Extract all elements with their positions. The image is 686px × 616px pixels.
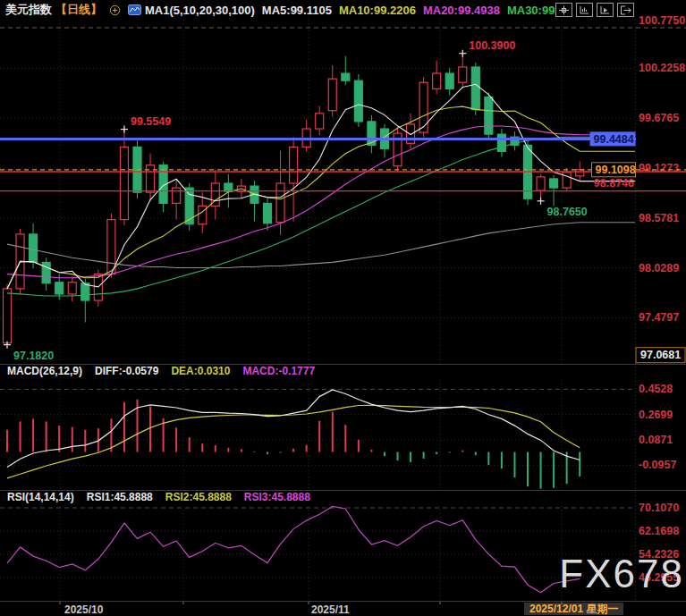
macd-bar	[292, 449, 294, 452]
candle	[394, 129, 402, 172]
macd-bar	[436, 452, 437, 454]
macd-bar	[32, 418, 34, 451]
crosshair-icon	[558, 5, 570, 15]
ma100-line	[7, 223, 635, 268]
timeframe-selector[interactable]: 【日线】	[55, 2, 102, 18]
macd-bar	[318, 421, 320, 452]
candle-body	[537, 177, 545, 190]
candle-body	[264, 203, 272, 223]
month-label: 2025/10	[64, 603, 103, 616]
macd-value: MACD:-0.1777	[242, 365, 315, 377]
macd-bar	[370, 450, 372, 451]
macd-bar	[397, 452, 399, 461]
tick-label: 0.4528	[639, 383, 673, 395]
candle-body	[185, 188, 193, 224]
tick-label: 98.0289	[639, 262, 679, 274]
candle	[159, 162, 167, 213]
circle-plus-icon[interactable]	[109, 4, 121, 16]
macd-bar	[449, 452, 451, 453]
rsi-legend: RSI(14,14,14) RSI1:45.8888 RSI2:45.8888 …	[7, 491, 310, 503]
tick-label: 100.3900	[469, 39, 515, 52]
rsi1-value: RSI1:45.8888	[87, 491, 153, 503]
macd-bar	[215, 445, 216, 451]
macd-bar	[501, 452, 503, 469]
candle	[342, 56, 350, 86]
candle	[290, 137, 298, 221]
rsi3-value: RSI3:45.8888	[244, 491, 310, 503]
macd-bar	[475, 452, 477, 456]
price-annotation: 100.3900	[459, 39, 515, 57]
export-button[interactable]	[617, 3, 634, 17]
ma10-value: MA10:99.2206	[339, 4, 416, 17]
candle-body	[199, 206, 207, 224]
price-axis-labels: 100.7750100.225899.676599.127398.578198.…	[0, 14, 685, 363]
ma5-value: MA5:99.1105	[262, 4, 332, 17]
macd-bar	[6, 430, 8, 452]
tick-label: 99.6765	[639, 112, 679, 124]
price-annotation: 97.1820	[4, 342, 54, 362]
candle	[511, 131, 519, 150]
candle-body	[354, 80, 362, 122]
chart-app: 100.7750100.225899.676599.127398.578198.…	[0, 0, 686, 616]
tick-label: 70.1070	[639, 502, 679, 514]
candle-body	[107, 220, 115, 274]
chart-toolbar	[555, 3, 634, 17]
candle	[302, 120, 310, 152]
macd-bar	[189, 437, 191, 451]
candle	[250, 181, 258, 222]
time-axis[interactable]: 2025/10 2025/11 2025/12/01 星期一	[0, 601, 686, 616]
kline-mini-icon[interactable]	[128, 4, 141, 15]
candle	[211, 170, 219, 220]
candles-layer	[4, 54, 584, 345]
crosshair-button[interactable]	[555, 3, 572, 17]
candle	[185, 183, 193, 231]
macd-bar	[280, 452, 282, 453]
indicator-window-button[interactable]	[576, 3, 593, 17]
candle-body	[316, 114, 324, 129]
annotations-layer: 97.182099.5549100.390098.7650	[4, 39, 588, 362]
candle-body	[485, 97, 493, 134]
candle-body	[276, 183, 284, 223]
candle-body	[471, 67, 479, 110]
candle-body	[328, 79, 336, 111]
macd-bar	[46, 421, 47, 451]
macd-bar	[84, 430, 86, 452]
chart-canvas[interactable]: 100.7750100.225899.676599.127398.578198.…	[0, 0, 686, 616]
diff-line	[7, 390, 580, 468]
candle-body	[30, 234, 38, 262]
candle-body	[576, 170, 584, 176]
candle	[173, 179, 181, 220]
rsi2-value: RSI2:45.8888	[165, 491, 232, 503]
ma20-value: MA20:99.4938	[423, 4, 500, 17]
macd-bar	[306, 445, 308, 452]
rsi-line	[7, 506, 580, 592]
chart-play-icon	[599, 5, 611, 15]
macd-legend: MACD(26,12,9) DIFF:-0.0579 DEA:0.0310 MA…	[7, 365, 315, 377]
candle	[316, 106, 324, 136]
tick-label: 97.4797	[639, 311, 679, 324]
candle-body	[68, 283, 76, 294]
tick-label: 98.7650	[547, 206, 588, 218]
candle-body	[81, 283, 89, 300]
playback-button[interactable]	[597, 3, 614, 17]
macd-panel: 0.45280.26990.0871-0.0957	[0, 383, 676, 488]
candle-body	[342, 73, 350, 80]
macd-diff-value: DIFF:-0.0579	[95, 365, 158, 377]
macd-bar	[332, 412, 334, 452]
macd-bar	[344, 425, 346, 451]
candle	[42, 257, 50, 291]
candle	[147, 153, 155, 201]
macd-bar	[58, 426, 60, 451]
macd-bar	[253, 451, 255, 452]
candle-body	[497, 134, 505, 151]
ma30-value: MA30:99.	[507, 4, 558, 17]
macd-bar	[527, 452, 529, 487]
macd-bar	[149, 406, 151, 451]
macd-bar	[72, 427, 73, 452]
bar-chart-icon	[579, 5, 590, 15]
current-date-label: 2025/12/01 星期一	[524, 603, 623, 615]
tick-label: 99.5549	[131, 115, 171, 128]
tick-label: 97.0681	[640, 349, 681, 361]
candle	[354, 74, 362, 127]
macd-bar	[201, 443, 203, 451]
